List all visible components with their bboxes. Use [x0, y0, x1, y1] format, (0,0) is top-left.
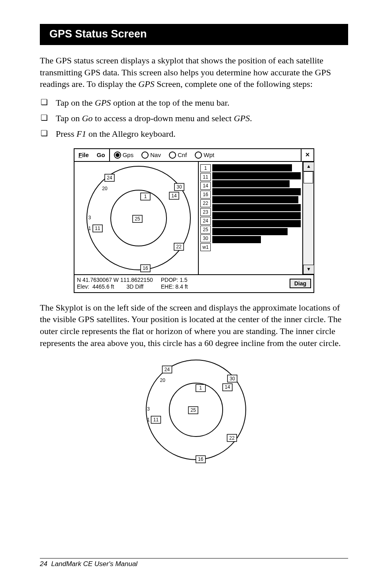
- menu-gps-label: Gps: [123, 151, 134, 158]
- step-text: Press: [56, 129, 76, 139]
- page-footer: 24 LandMark CE User's Manual: [40, 558, 348, 568]
- scroll-up-icon[interactable]: ▲: [303, 162, 314, 171]
- sat-id-label: w1: [200, 243, 211, 251]
- diag-button[interactable]: Diag: [290, 279, 311, 288]
- signal-bar: [212, 236, 261, 243]
- signal-bar: [212, 164, 292, 171]
- menu-wpt[interactable]: Wpt: [191, 149, 218, 161]
- bar-labels: 11114162223242530w1: [200, 164, 211, 273]
- signal-bar: [212, 204, 301, 211]
- skyplot-panel: 2420301413251112216: [74, 162, 199, 274]
- svg-text:24: 24: [165, 367, 170, 372]
- menu-go[interactable]: Go: [93, 149, 109, 161]
- step-text: on the Allegro keyboard.: [86, 129, 175, 139]
- sat-id-label: 11: [200, 173, 211, 181]
- sat-id-label: 16: [200, 191, 211, 199]
- menu-go-label: Go: [97, 151, 105, 158]
- menu-file[interactable]: File: [74, 149, 93, 161]
- menu-nav[interactable]: Nav: [137, 149, 165, 161]
- scroll-down-icon[interactable]: ▼: [303, 265, 314, 274]
- status-mode: 3D Diff: [127, 283, 144, 290]
- svg-text:22: 22: [176, 244, 182, 250]
- status-elev-label: Elev:: [77, 283, 89, 290]
- skyplot-figure: 2420301413251112216: [136, 356, 252, 464]
- step-italic: GPS: [234, 113, 250, 123]
- svg-text:30: 30: [230, 376, 235, 382]
- radio-filled-icon: [114, 151, 121, 159]
- sat-id-label: 23: [200, 208, 211, 216]
- svg-text:3: 3: [147, 406, 150, 412]
- skyplot-svg: 2420301413251112216: [77, 164, 196, 273]
- step-item: Tap on Go to access a drop-down menu and…: [40, 111, 348, 125]
- step-item: Tap on the GPS option at the top of the …: [40, 96, 348, 110]
- footer-page: 24: [40, 560, 47, 568]
- signal-bars-panel: 11114162223242530w1: [199, 162, 303, 274]
- svg-text:25: 25: [190, 407, 196, 413]
- sat-id-label: 30: [200, 234, 211, 242]
- status-lat: N 41.7630067: [77, 277, 112, 283]
- menu-cnf-label: Cnf: [178, 151, 187, 158]
- sat-id-label: 25: [200, 226, 211, 234]
- sat-id-label: 1: [200, 164, 211, 172]
- svg-text:24: 24: [107, 175, 112, 181]
- sat-id-label: 22: [200, 199, 211, 207]
- page-title: GPS Status Screen: [40, 24, 348, 45]
- step-item: Press F1 on the Allegro keyboard.: [40, 127, 348, 141]
- radio-open-icon: [195, 151, 202, 159]
- intro-gps-word: GPS: [138, 79, 154, 89]
- radio-open-icon: [141, 151, 149, 159]
- radio-open-icon: [169, 151, 176, 159]
- svg-text:14: 14: [225, 385, 230, 390]
- steps-list: Tap on the GPS option at the top of the …: [40, 96, 348, 141]
- svg-text:11: 11: [153, 417, 159, 423]
- svg-text:14: 14: [171, 193, 177, 199]
- signal-bar: [212, 188, 301, 195]
- svg-text:11: 11: [95, 226, 100, 231]
- status-lon: W 111.8622150: [114, 277, 153, 283]
- intro-text-b: Screen, complete one of the following st…: [155, 79, 313, 89]
- svg-text:1: 1: [88, 226, 91, 231]
- gps-app-window: File Go Gps Nav Cnf Wpt × 24203014132511…: [74, 148, 314, 293]
- status-pdop: PDOP: 1.5: [161, 277, 188, 284]
- signal-bar: [212, 172, 301, 179]
- step-italic: F1: [76, 129, 86, 139]
- step-italic: GPS: [95, 98, 111, 108]
- svg-text:22: 22: [229, 435, 235, 441]
- svg-text:16: 16: [198, 457, 204, 462]
- signal-bar: [212, 220, 301, 227]
- sat-id-label: 14: [200, 182, 211, 190]
- status-ehe: EHE: 8.4 ft: [161, 283, 188, 291]
- menubar: File Go Gps Nav Cnf Wpt ×: [74, 149, 313, 162]
- step-text: Tap on: [56, 113, 82, 123]
- step-text: option at the top of the menu bar.: [111, 98, 229, 108]
- menu-nav-label: Nav: [150, 151, 161, 158]
- close-button[interactable]: ×: [301, 149, 313, 161]
- step-text: to access a drop-down menu and select: [93, 113, 234, 123]
- signal-bar: [212, 180, 290, 187]
- menu-file-label: File: [78, 151, 89, 158]
- status-elev-value: 4465.6 ft: [92, 283, 114, 290]
- svg-text:16: 16: [143, 265, 148, 271]
- svg-text:20: 20: [102, 186, 108, 191]
- footer-book: LandMark CE User's Manual: [51, 560, 137, 568]
- svg-text:30: 30: [176, 184, 182, 190]
- svg-text:20: 20: [160, 378, 166, 383]
- signal-bar: [212, 228, 288, 235]
- step-italic: Go: [82, 113, 93, 123]
- step-text: .: [250, 113, 252, 123]
- status-bar: N 41.7630067 W 111.8622150 Elev: 4465.6 …: [74, 274, 313, 292]
- svg-text:1: 1: [147, 417, 150, 423]
- menu-gps[interactable]: Gps: [109, 149, 138, 161]
- skyplot-paragraph: The Skyplot is on the left side of the s…: [40, 302, 348, 349]
- scrollbar[interactable]: ▲ ▼: [303, 162, 313, 274]
- scroll-thumb[interactable]: [304, 171, 313, 183]
- menu-cnf[interactable]: Cnf: [165, 149, 191, 161]
- intro-paragraph: The GPS status screen displays a skyplot…: [40, 55, 348, 90]
- signal-bar: [212, 196, 298, 203]
- step-text: Tap on the: [56, 98, 95, 108]
- sat-id-label: 24: [200, 217, 211, 225]
- svg-text:3: 3: [88, 215, 91, 220]
- svg-text:1: 1: [199, 385, 202, 391]
- signal-bar: [212, 212, 301, 219]
- bar-values: [212, 164, 301, 273]
